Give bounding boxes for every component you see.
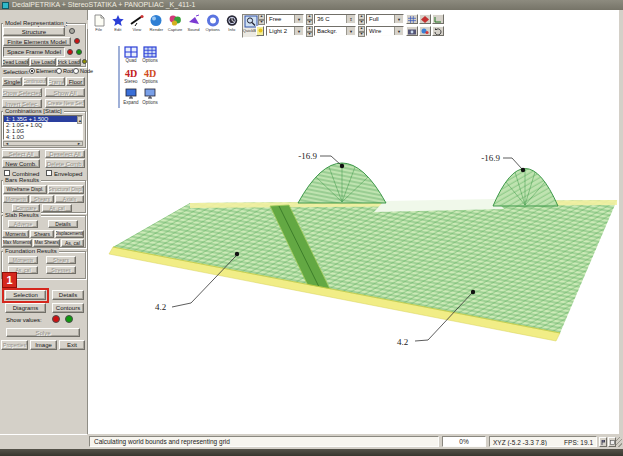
flag-icon — [601, 440, 606, 445]
view-mode-spinner[interactable]: ▲▼ — [258, 14, 265, 24]
bars-shears-button[interactable]: Shears — [30, 195, 54, 203]
show-values-led-red[interactable] — [52, 315, 60, 323]
axes-toggle-button[interactable] — [432, 14, 444, 24]
bars-axials-button[interactable]: Axials — [55, 195, 84, 203]
new-comb-button[interactable]: New Comb. — [2, 159, 40, 168]
view-mode-combo[interactable]: Free ▼ — [266, 14, 304, 24]
paint-button[interactable] — [419, 26, 431, 36]
results-diagrams-button[interactable]: Diagrams — [5, 303, 46, 313]
structural-displ-button[interactable]: Structural Displ. — [48, 185, 84, 194]
slab-shears-button[interactable]: Shears — [30, 230, 54, 238]
delete-comb-button[interactable]: Delete Comb. — [45, 159, 85, 168]
combination-item[interactable]: 4: 1.0Q — [4, 134, 82, 140]
slab-moment-3d-scene[interactable]: -16.9 -16.9 4.2 4.2 — [88, 10, 619, 434]
foundation-moments-button[interactable]: Moments — [8, 256, 38, 264]
file-toolbar-button[interactable]: File — [90, 14, 108, 38]
quad-options-button[interactable]: Options — [141, 46, 159, 66]
wireframe-displ-button[interactable]: Wireframe Displ. — [3, 185, 47, 194]
combinations-vscroll-up[interactable]: ▲ — [77, 116, 82, 124]
options-toolbar-button[interactable]: Options — [204, 14, 222, 38]
single-button[interactable]: Single — [2, 77, 22, 86]
selection-radio-rod[interactable] — [56, 68, 62, 74]
slab-details-button[interactable]: Details — [48, 220, 78, 228]
background-spinner[interactable]: ▲▼ — [306, 26, 313, 36]
show-values-led-green[interactable] — [65, 315, 73, 323]
view-toolbar-button[interactable]: View — [128, 14, 146, 38]
edit-toolbar-button[interactable]: Edit — [109, 14, 127, 38]
fov-spinner-left[interactable]: ▲▼ — [306, 14, 313, 24]
selection-radio-element[interactable] — [29, 68, 35, 74]
slab-moments-button[interactable]: Moments — [2, 230, 29, 238]
chevron-down-icon[interactable]: ▼ — [394, 27, 403, 35]
capture-toolbar-button[interactable]: Capture — [166, 14, 184, 38]
space-frame-led-red — [67, 49, 73, 55]
sound-toolbar-button[interactable]: Sound — [185, 14, 203, 38]
combinations-hscroll[interactable]: ◄► — [3, 141, 83, 146]
frame-button[interactable]: Frame — [48, 77, 65, 86]
detail-spinner[interactable]: ▲▼ — [358, 14, 365, 24]
light-combo[interactable]: Light 2 ▼ — [266, 26, 304, 36]
foundation-stresses-button[interactable]: Stresses — [46, 266, 76, 274]
chevron-down-icon[interactable]: ▼ — [346, 27, 355, 35]
results-details-button[interactable]: Details — [52, 290, 84, 300]
bars-as-cal-button[interactable]: As, cal — [42, 204, 72, 212]
expand-options-button[interactable]: Options — [141, 88, 159, 108]
show-selected-button[interactable]: Show Selected — [2, 88, 42, 97]
finite-elements-button[interactable]: Finite Elements Model — [3, 37, 71, 46]
structure-button[interactable]: Structure — [3, 27, 65, 36]
grid-view-button[interactable] — [406, 14, 418, 24]
bars-moments-button[interactable]: Moments — [3, 195, 29, 203]
updown-icon[interactable]: ⇕ — [346, 15, 355, 23]
enveloped-checkbox[interactable] — [46, 170, 52, 176]
selection-radio-node[interactable] — [73, 68, 79, 74]
slab-max-shears-button[interactable]: Max Shears — [33, 239, 60, 247]
combined-checkbox[interactable] — [4, 170, 10, 176]
chevron-down-icon[interactable]: ▼ — [294, 15, 303, 23]
continuous-button[interactable]: Continuous — [23, 77, 47, 86]
solve-button[interactable]: Solve — [6, 328, 80, 337]
span-right-dot — [471, 290, 475, 294]
combinations-list[interactable]: 1: 1.35G + 1.50Q 2: 1.0G + 1.0Q 3: 1.0G … — [3, 115, 83, 140]
live-loads-button[interactable]: Live Loads — [30, 58, 56, 66]
properties-button[interactable]: Properties — [1, 340, 28, 350]
detail-combo[interactable]: Full ▼ — [366, 14, 404, 24]
snapshot-button[interactable] — [406, 26, 418, 36]
chevron-down-icon[interactable]: ▼ — [294, 27, 303, 35]
slab-as-cal-button[interactable]: As, cal — [61, 239, 84, 247]
dead-loads-button[interactable]: Dead Loads — [2, 58, 29, 66]
select-all-button[interactable]: Select All — [2, 150, 40, 158]
space-frame-button[interactable]: Space Frame Model — [3, 47, 65, 57]
brick-loads-button[interactable]: Brick Loads — [57, 58, 81, 66]
deselect-all-button[interactable]: Deselect All — [45, 150, 85, 158]
floor-button[interactable]: Floor — [66, 77, 85, 86]
exit-button[interactable]: Exit — [59, 340, 85, 350]
bars-compare-button[interactable]: Compare — [12, 204, 40, 212]
status-toggle-button-1[interactable] — [599, 437, 607, 447]
render-toolbar-button[interactable]: Render — [147, 14, 165, 38]
foundation-shears-button[interactable]: Shears — [46, 256, 76, 264]
resize-grip[interactable] — [615, 437, 622, 447]
slab-adverse-button[interactable]: Adverse — [8, 220, 38, 228]
title-bar[interactable]: DedalPETRIKA + StereoSTATIKA + PANOPLIAC… — [0, 0, 623, 10]
image-button[interactable]: Image — [30, 340, 57, 350]
render-toggle-button[interactable] — [419, 14, 431, 24]
stereo-view-button[interactable]: 4D Stereo — [122, 67, 140, 87]
light-bulb-button[interactable] — [256, 26, 264, 36]
wire-spinner[interactable]: ▲▼ — [358, 26, 365, 36]
quad-view-button[interactable]: Quad — [122, 46, 140, 66]
fov-combo[interactable]: 36 C ⇕ — [314, 14, 356, 24]
stereo-options-button[interactable]: 4D Options — [141, 67, 159, 87]
invert-selection-button[interactable]: Invert Selec. — [2, 99, 42, 108]
create-new-set-button[interactable]: Create New Set — [45, 99, 85, 108]
status-toggle-button-2[interactable] — [608, 437, 616, 447]
wire-combo[interactable]: Wire ▼ — [366, 26, 404, 36]
slab-max-moments-button[interactable]: Max Moments — [2, 239, 32, 247]
expand-view-button[interactable]: Expand — [122, 88, 140, 108]
show-all-button[interactable]: Show All — [45, 88, 85, 97]
chevron-down-icon[interactable]: ▼ — [394, 15, 403, 23]
slab-displacements-button[interactable]: Displacements — [55, 230, 84, 238]
refresh-button[interactable] — [432, 26, 444, 36]
results-contours-button[interactable]: Contours — [52, 303, 84, 313]
background-combo[interactable]: Backgr. ▼ — [314, 26, 356, 36]
info-toolbar-button[interactable]: Info — [223, 14, 241, 38]
